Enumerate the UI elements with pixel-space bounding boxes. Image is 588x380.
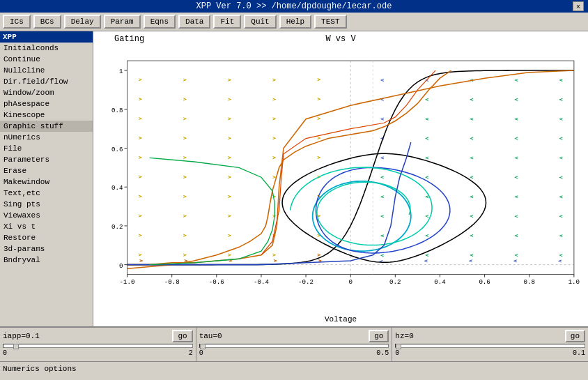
- svg-text:0.6: 0.6: [479, 278, 490, 286]
- sidebar-item-8[interactable]: nUmerics: [0, 132, 93, 143]
- sidebar-item-15[interactable]: Viewaxes: [0, 210, 93, 221]
- toolbar: ICsBCsDelayParamEqnsDataFitQuitHelpTEST: [0, 13, 588, 31]
- slider-min-1: 0: [199, 349, 203, 357]
- sidebar-item-10[interactable]: Parameters: [0, 154, 93, 165]
- window-title: XPP Ver 7.0 >> /home/dpdoughe/lecar.ode: [15, 1, 573, 11]
- toolbar-btn-bcs[interactable]: BCs: [33, 15, 61, 29]
- plot-svg: 00.20.40.60.81-1.0-0.8-0.6-0.4-0.200.20.…: [100, 45, 581, 305]
- slider-thumb-0[interactable]: [13, 344, 19, 349]
- sidebar-item-9[interactable]: File: [0, 143, 93, 154]
- slider-max-1: 0.5: [376, 349, 389, 357]
- bottom-panels: iapp=0.1go02tau=0go00.5hz=0go00.1 Numeri…: [0, 326, 588, 375]
- svg-text:0.2: 0.2: [389, 278, 401, 286]
- svg-text:-0.6: -0.6: [209, 278, 224, 286]
- sidebar-item-16[interactable]: Xi vs t: [0, 221, 93, 232]
- toolbar-btn-data[interactable]: Data: [178, 15, 210, 29]
- sidebar-item-1[interactable]: Continue: [0, 54, 93, 65]
- plot-title-center: W vs V: [325, 34, 355, 44]
- sidebar-item-6[interactable]: Kinescope: [0, 109, 93, 121]
- sidebar-item-5[interactable]: phAsespace: [0, 98, 93, 109]
- slider-panel-0: iapp=0.1go02: [0, 328, 196, 361]
- svg-text:0.8: 0.8: [111, 107, 123, 114]
- svg-text:0.6: 0.6: [111, 146, 123, 153]
- title-bar: XPP Ver 7.0 >> /home/dpdoughe/lecar.ode …: [0, 0, 588, 13]
- sidebar-item-7[interactable]: Graphic stuff: [0, 121, 93, 132]
- slider-thumb-1[interactable]: [200, 344, 206, 349]
- svg-text:-0.4: -0.4: [254, 278, 269, 286]
- slider-panel-2: hz=0go00.1: [392, 328, 588, 361]
- svg-text:0.4: 0.4: [434, 278, 446, 286]
- sidebar-item-11[interactable]: Erase: [0, 165, 93, 176]
- sidebar-item-13[interactable]: Text,etc: [0, 188, 93, 199]
- sidebar-item-12[interactable]: Makewindow: [0, 176, 93, 188]
- slider-panel-1: tau=0go00.5: [196, 328, 393, 361]
- slider-label-2: hz=0: [395, 332, 562, 340]
- sidebar: XPP InitialcondsContinueNullclineDir.fie…: [0, 31, 93, 326]
- slider-thumb-2[interactable]: [396, 344, 401, 349]
- toolbar-btn-help[interactable]: Help: [279, 15, 311, 29]
- toolbar-btn-fit[interactable]: Fit: [213, 15, 241, 29]
- go-button-1[interactable]: go: [369, 330, 389, 342]
- slider-min-2: 0: [395, 349, 399, 357]
- go-button-2[interactable]: go: [565, 330, 585, 342]
- svg-text:-0.2: -0.2: [298, 278, 314, 286]
- svg-text:1: 1: [119, 68, 123, 75]
- sliders-row: iapp=0.1go02tau=0go00.5hz=0go00.1: [0, 328, 588, 361]
- status-bar: Numerics options: [0, 361, 588, 375]
- svg-text:0.2: 0.2: [111, 223, 123, 231]
- slider-track-2[interactable]: [395, 344, 585, 348]
- sidebar-item-19[interactable]: Bndryval: [0, 254, 93, 266]
- sidebar-item-14[interactable]: Sing pts: [0, 199, 93, 210]
- toolbar-btn-ics[interactable]: ICs: [3, 15, 31, 29]
- svg-text:0: 0: [119, 262, 123, 270]
- sidebar-item-2[interactable]: Nullcline: [0, 65, 93, 76]
- sidebar-item-0[interactable]: Initialconds: [0, 43, 93, 54]
- slider-label-0: iapp=0.1: [3, 332, 169, 340]
- svg-text:-0.8: -0.8: [164, 278, 180, 286]
- slider-track-1[interactable]: [199, 344, 389, 348]
- toolbar-btn-quit[interactable]: Quit: [244, 15, 276, 29]
- sidebar-header: XPP: [0, 31, 93, 43]
- plot-title-left: Gating: [114, 34, 144, 44]
- sidebar-item-4[interactable]: Window/zoom: [0, 87, 93, 98]
- slider-label-1: tau=0: [199, 332, 366, 340]
- toolbar-btn-param[interactable]: Param: [104, 15, 141, 29]
- svg-text:0: 0: [348, 278, 352, 286]
- toolbar-btn-eqns[interactable]: Eqns: [144, 15, 176, 29]
- slider-range-2: 00.1: [395, 349, 585, 357]
- x-axis-label: Voltage: [325, 315, 357, 324]
- svg-text:1.0: 1.0: [568, 278, 580, 286]
- go-button-0[interactable]: go: [172, 330, 192, 342]
- svg-text:0.4: 0.4: [111, 184, 123, 192]
- slider-range-0: 02: [3, 349, 193, 357]
- plot-canvas: 00.20.40.60.81-1.0-0.8-0.6-0.4-0.200.20.…: [100, 45, 581, 305]
- sidebar-item-18[interactable]: 3d-params: [0, 243, 93, 254]
- plot-area: Gating W vs V 00.20.40.60.81-1.0-0.8-0.6…: [93, 31, 588, 326]
- slider-max-2: 0.1: [573, 349, 585, 357]
- slider-min-0: 0: [3, 349, 7, 357]
- toolbar-btn-delay[interactable]: Delay: [64, 15, 101, 29]
- svg-text:-1.0: -1.0: [120, 278, 135, 286]
- slider-range-1: 00.5: [199, 349, 389, 357]
- close-button[interactable]: ×: [573, 1, 584, 11]
- toolbar-btn-test[interactable]: TEST: [314, 15, 346, 29]
- sidebar-item-3[interactable]: Dir.field/flow: [0, 76, 93, 87]
- status-text: Numerics options: [3, 365, 77, 373]
- main-area: XPP InitialcondsContinueNullclineDir.fie…: [0, 31, 588, 326]
- sidebar-item-17[interactable]: Restore: [0, 232, 93, 243]
- slider-track-0[interactable]: [3, 344, 193, 348]
- svg-text:0.8: 0.8: [524, 278, 535, 286]
- slider-max-0: 2: [189, 349, 193, 357]
